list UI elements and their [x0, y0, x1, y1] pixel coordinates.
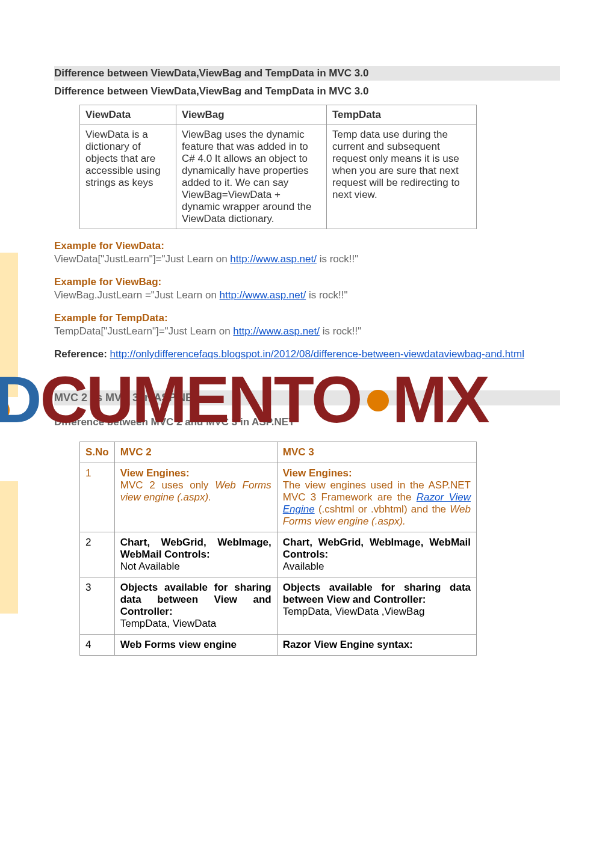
- mvc3-r3-t1: TempData, ViewData ,ViewBag: [283, 606, 425, 617]
- mvc3-r1-t2: (.cshtml or .vbhtml) and the: [315, 503, 450, 515]
- table-row: ViewData is a dictionary of objects that…: [80, 125, 477, 229]
- mvc3-r2-t1: Available: [283, 561, 324, 572]
- mvc2-r1-bold: View Engines:: [120, 467, 190, 479]
- cell-sno-4: 4: [80, 635, 115, 656]
- reference-label: Reference:: [54, 348, 110, 360]
- mvc2-r2-t1: Not Available: [120, 561, 180, 572]
- cell-mvc2-2: Chart, WebGrid, WebImage, WebMail Contro…: [114, 532, 277, 577]
- cell-viewbag: ViewBag uses the dynamic feature that wa…: [176, 125, 327, 229]
- section-heading-1: Difference between ViewData,ViewBag and …: [54, 66, 560, 81]
- ex-viewbag-post: is rock!!": [306, 289, 347, 301]
- example-viewbag-label: Example for ViewBag:: [54, 276, 560, 288]
- mvc-row-2: 2 Chart, WebGrid, WebImage, WebMail Cont…: [80, 532, 477, 577]
- cell-tempdata: Temp data use during the current and sub…: [327, 125, 477, 229]
- th-viewdata: ViewData: [80, 105, 176, 125]
- ex-tempdata-pre: TempData["JustLearn"]="Just Learn on: [54, 325, 233, 337]
- link-aspnet-1[interactable]: http://www.asp.net/: [230, 253, 317, 265]
- example-viewbag-text: ViewBag.JustLearn ="Just Learn on http:/…: [54, 289, 560, 301]
- th-mvc2: MVC 2: [114, 442, 277, 463]
- section-subheading-1: Difference between ViewData,ViewBag and …: [54, 85, 560, 97]
- cell-mvc2-1: View Engines: MVC 2 uses only Web Forms …: [114, 463, 277, 532]
- cell-mvc2-3: Objects available for sharing data betwe…: [114, 577, 277, 635]
- viewdata-compare-table: ViewData ViewBag TempData ViewData is a …: [79, 105, 477, 229]
- cell-viewdata: ViewData is a dictionary of objects that…: [80, 125, 176, 229]
- table-header-row: ViewData ViewBag TempData: [80, 105, 477, 125]
- example-viewdata-label: Example for ViewData:: [54, 240, 560, 252]
- mvc-row-4: 4 Web Forms view engine Razor View Engin…: [80, 635, 477, 656]
- th-tempdata: TempData: [327, 105, 477, 125]
- cell-mvc2-4: Web Forms view engine: [114, 635, 277, 656]
- mvc-compare-table: S.No MVC 2 MVC 3 1 View Engines: MVC 2 u…: [79, 442, 477, 656]
- mvc-header-row: S.No MVC 2 MVC 3: [80, 442, 477, 463]
- cell-sno-3: 3: [80, 577, 115, 635]
- example-tempdata-text: TempData["JustLearn"]="Just Learn on htt…: [54, 325, 560, 337]
- section-heading-2: MVC 2 vs MVC 3 in ASP.NET: [54, 390, 560, 405]
- cell-mvc3-3: Objects available for sharing data betwe…: [277, 577, 476, 635]
- th-sno: S.No: [80, 442, 115, 463]
- mvc2-r4-bold: Web Forms view engine: [120, 639, 237, 650]
- mvc2-r2-bold: Chart, WebGrid, WebImage, WebMail Contro…: [120, 537, 271, 560]
- example-viewdata-text: ViewData["JustLearn"]="Just Learn on htt…: [54, 253, 560, 265]
- section-subheading-2: Difference between MVC 2 and MVC 3 in AS…: [54, 416, 560, 428]
- mvc3-r3-bold: Objects available for sharing data betwe…: [283, 582, 471, 605]
- cell-sno-2: 2: [80, 532, 115, 577]
- mvc3-r1-bold: View Engines:: [283, 467, 352, 479]
- mvc-row-1: 1 View Engines: MVC 2 uses only Web Form…: [80, 463, 477, 532]
- th-mvc3: MVC 3: [277, 442, 476, 463]
- link-aspnet-3[interactable]: http://www.asp.net/: [233, 325, 320, 337]
- mvc3-r4-bold: Razor View Engine syntax:: [283, 639, 413, 650]
- mvc2-r3-bold: Objects available for sharing data betwe…: [120, 582, 271, 617]
- cell-mvc3-4: Razor View Engine syntax:: [277, 635, 476, 656]
- ex-viewdata-pre: ViewData["JustLearn"]="Just Learn on: [54, 253, 230, 265]
- th-viewbag: ViewBag: [176, 105, 327, 125]
- ex-viewbag-pre: ViewBag.JustLearn ="Just Learn on: [54, 289, 220, 301]
- cell-sno-1: 1: [80, 463, 115, 532]
- example-tempdata-label: Example for TempData:: [54, 312, 560, 324]
- mvc2-r1-t1: MVC 2 uses only: [120, 479, 215, 491]
- reference-link[interactable]: http://onlydifferencefaqs.blogspot.in/20…: [110, 348, 524, 360]
- cell-mvc3-2: Chart, WebGrid, WebImage, WebMail Contro…: [277, 532, 476, 577]
- ex-viewdata-post: is rock!!": [317, 253, 358, 265]
- reference-line: Reference: http://onlydifferencefaqs.blo…: [54, 348, 560, 360]
- cell-mvc3-1: View Engines: The view engines used in t…: [277, 463, 476, 532]
- mvc-row-3: 3 Objects available for sharing data bet…: [80, 577, 477, 635]
- ex-tempdata-post: is rock!!": [320, 325, 361, 337]
- link-aspnet-2[interactable]: http://www.asp.net/: [220, 289, 306, 301]
- mvc3-r2-bold: Chart, WebGrid, WebImage, WebMail Contro…: [283, 537, 471, 560]
- mvc2-r3-t1: TempData, ViewData: [120, 618, 216, 629]
